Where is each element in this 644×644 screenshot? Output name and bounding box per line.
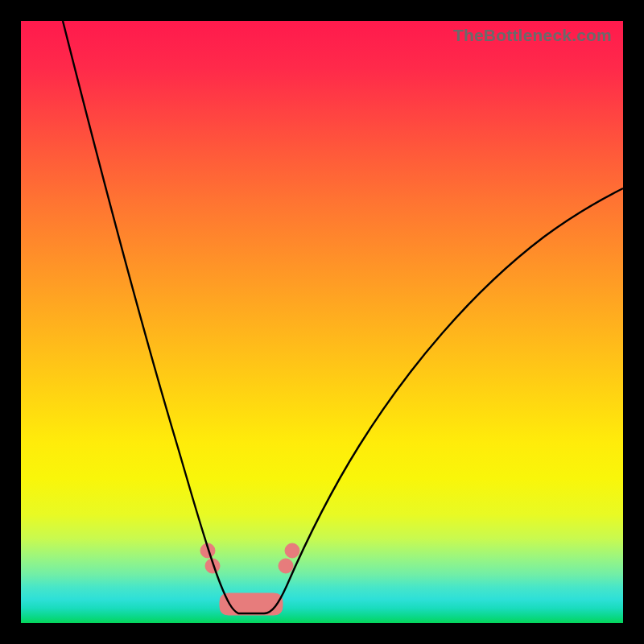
marker-dot [279,559,293,573]
chart-plot-area: TheBottleneck.com [21,21,623,623]
salmon-markers [200,543,299,615]
left-curve [63,21,264,613]
marker-dot [285,543,299,558]
watermark-text: TheBottleneck.com [453,26,612,45]
right-curve [264,188,623,613]
chart-svg [21,21,623,623]
